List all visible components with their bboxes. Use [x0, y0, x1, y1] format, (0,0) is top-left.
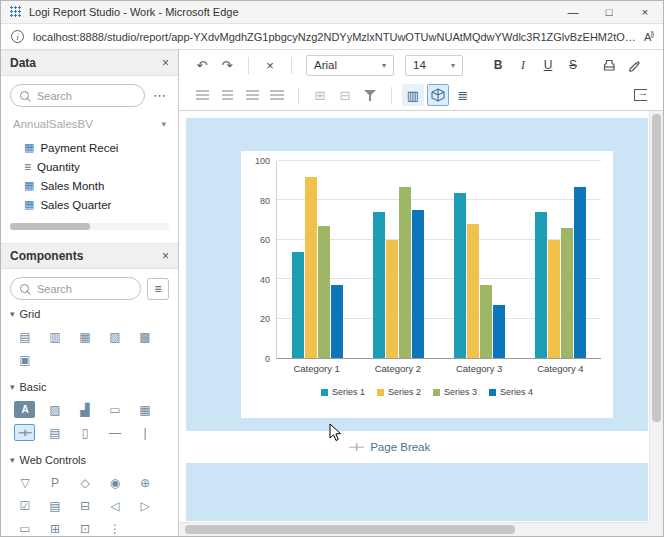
field-item[interactable]: ≡Quantity	[10, 157, 169, 176]
object-view-toggle[interactable]	[427, 84, 449, 106]
legend-swatch	[321, 389, 328, 396]
audio-icon[interactable]: ◁	[104, 497, 125, 514]
page-panel-icon[interactable]: ▭	[104, 401, 125, 418]
address-text[interactable]: localhost:8888/studio/report/app-YXdvMgd…	[33, 31, 636, 43]
web-link-icon[interactable]: ⊕	[134, 474, 155, 491]
minimize-button[interactable]: —	[555, 1, 591, 23]
site-info-icon[interactable]: i	[11, 30, 24, 43]
filter-control-icon[interactable]: ▽	[14, 474, 35, 491]
legend-label: Series 3	[444, 387, 477, 397]
font-color-pen-icon[interactable]	[623, 54, 645, 76]
vertical-scrollbar[interactable]	[649, 111, 663, 524]
scrollbar-thumb[interactable]	[10, 223, 90, 230]
bar-series-2	[305, 177, 317, 358]
image-icon[interactable]: ▨	[44, 401, 65, 418]
data-panel-title: Data	[10, 56, 162, 70]
align-center-icon[interactable]	[216, 84, 238, 106]
read-aloud-icon[interactable]: A))	[644, 30, 653, 43]
label-icon[interactable]: A	[14, 401, 35, 418]
filter-icon[interactable]	[359, 84, 381, 106]
font-size-select[interactable]: 14 ▾	[405, 55, 463, 76]
section-header-web-controls[interactable]: ▾Web Controls	[10, 451, 169, 469]
delete-button[interactable]: ×	[259, 54, 281, 76]
radio-button-icon[interactable]: ◉	[104, 474, 125, 491]
summary-table-icon[interactable]: ▧	[104, 328, 125, 345]
bar-series-2	[548, 240, 560, 358]
datasource-select[interactable]: AnnualSalesBV ▾	[10, 114, 169, 134]
align-left-icon[interactable]	[191, 84, 213, 106]
y-tick-label: 60	[260, 235, 270, 245]
underline-button[interactable]: U	[537, 54, 559, 76]
title-bar: Logi Report Studio - Work - Microsoft Ed…	[1, 1, 663, 24]
table-icon[interactable]: ▦	[134, 401, 155, 418]
page-break-component[interactable]: ⊣⊢ Page Break	[186, 431, 648, 463]
section-label: Grid	[20, 308, 41, 320]
data-more-options-icon[interactable]: ⋯	[151, 88, 169, 103]
subpage-icon[interactable]: ▯	[74, 424, 95, 441]
scrollbar-thumb[interactable]	[652, 114, 661, 422]
table-grid-icon[interactable]: ▥	[44, 328, 65, 345]
data-search-input[interactable]	[37, 90, 136, 102]
vertical-line-icon[interactable]: |	[134, 424, 155, 441]
data-panel-close-icon[interactable]: ×	[162, 56, 169, 70]
undo-button[interactable]: ↶	[191, 54, 213, 76]
close-button[interactable]: ×	[627, 1, 663, 23]
align-right-icon[interactable]	[241, 84, 263, 106]
field-item[interactable]: ▦Payment Recei	[10, 138, 169, 157]
strikethrough-button[interactable]: S	[562, 54, 584, 76]
video-icon[interactable]: ▷	[134, 497, 155, 514]
field-item[interactable]: ▦Sales Month	[10, 176, 169, 195]
column-view-toggle[interactable]: ▥	[402, 84, 424, 106]
report-canvas[interactable]: 020406080100 Category 1Category 2Categor…	[179, 111, 663, 536]
next-page-area[interactable]	[186, 463, 648, 521]
page-break-icon[interactable]: ⊣⊢	[14, 424, 35, 441]
subreport-icon[interactable]: ▣	[14, 351, 35, 368]
legend-swatch	[433, 389, 440, 396]
data-panel-header: Data ×	[1, 50, 178, 76]
aggregation-icon[interactable]: ▩	[134, 328, 155, 345]
chevron-down-icon: ▾	[451, 61, 455, 70]
tab-control-icon[interactable]: ⊡	[74, 520, 95, 536]
tree-control-icon[interactable]: ⋮	[104, 520, 125, 536]
combo-box-icon[interactable]: ⊟	[74, 497, 95, 514]
separator	[291, 57, 292, 74]
text-input-icon[interactable]: ▭	[14, 520, 35, 536]
list-box-icon[interactable]: ▤	[44, 497, 65, 514]
bold-button[interactable]: B	[487, 54, 509, 76]
data-horizontal-scrollbar[interactable]	[10, 223, 169, 230]
align-justify-icon[interactable]	[266, 84, 288, 106]
field-item[interactable]: ▦Sales Quarter	[10, 195, 169, 214]
data-search-box[interactable]	[10, 84, 145, 107]
parameter-control-icon[interactable]: P	[44, 474, 65, 491]
section-header-grid[interactable]: ▾Grid	[10, 308, 169, 323]
label-control-icon[interactable]: ◇	[74, 474, 95, 491]
checkbox-icon[interactable]: ☑	[14, 497, 35, 514]
section-header-basic[interactable]: ▾Basic	[10, 378, 169, 396]
components-panel-close-icon[interactable]: ×	[162, 249, 169, 263]
exit-studio-icon[interactable]	[629, 84, 651, 106]
text-box-icon[interactable]: ▤	[44, 424, 65, 441]
chart-component[interactable]: 020406080100 Category 1Category 2Categor…	[241, 151, 613, 418]
chevron-down-icon: ▾	[10, 455, 15, 465]
merge-cells-icon[interactable]: ⊞	[309, 84, 331, 106]
field-list: ▦Payment Recei≡Quantity▦Sales Month▦Sale…	[10, 138, 169, 214]
app-grid-icon	[10, 6, 22, 18]
crosstab-grid-icon[interactable]: ▦	[74, 328, 95, 345]
components-list-view-icon[interactable]: ≡	[147, 278, 169, 300]
components-search-input[interactable]	[37, 283, 132, 295]
components-search-box[interactable]	[10, 277, 141, 300]
scrollbar-thumb[interactable]	[185, 525, 515, 534]
grid-control-icon[interactable]: ⊞	[44, 520, 65, 536]
horizontal-line-icon[interactable]: —	[104, 424, 125, 441]
split-cells-icon[interactable]: ⊟	[334, 84, 356, 106]
bullet-list-icon[interactable]: ≣	[452, 84, 474, 106]
maximize-button[interactable]: □	[591, 1, 627, 23]
redo-button[interactable]: ↷	[216, 54, 238, 76]
italic-button[interactable]: I	[512, 54, 534, 76]
chart-icon[interactable]: ▟	[74, 401, 95, 418]
horizontal-scrollbar[interactable]	[179, 522, 648, 536]
font-family-select[interactable]: Arial ▾	[306, 55, 394, 76]
fill-color-icon[interactable]	[598, 54, 620, 76]
bar-series-3	[561, 228, 573, 358]
banded-object-icon[interactable]: ▤	[14, 328, 35, 345]
